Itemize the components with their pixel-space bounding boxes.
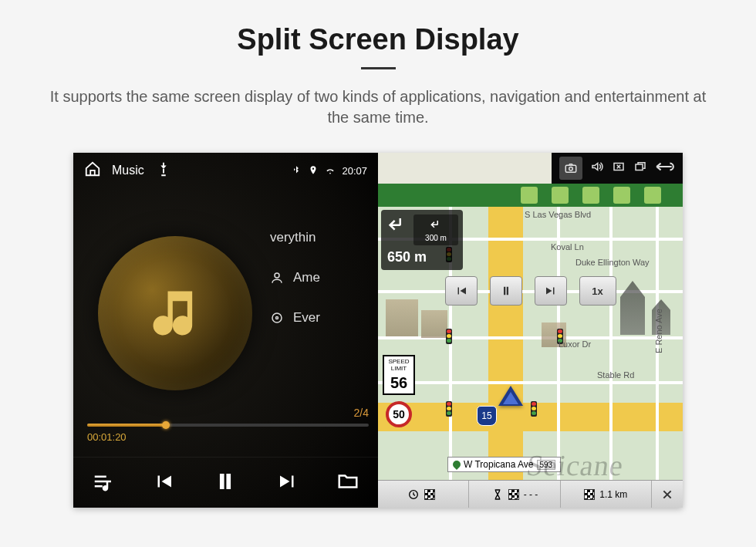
page-subtitle: It supports the same screen display of t… [39, 86, 717, 128]
sim-speed-button[interactable]: 1x [579, 276, 616, 306]
map-close-button[interactable] [652, 481, 683, 508]
close-icon [661, 488, 673, 501]
svg-point-4 [569, 167, 573, 171]
eta-time-segment[interactable] [378, 481, 469, 508]
music-topbar: Music 20:07 [73, 153, 378, 188]
download-arrow-icon[interactable] [552, 187, 569, 204]
remaining-distance-segment[interactable]: 1.1 km [561, 481, 652, 508]
destination-pin-icon [451, 459, 462, 470]
music-app-label: Music [112, 164, 144, 177]
artist-row: Ame [270, 270, 370, 285]
speed-limit-value: 56 [384, 374, 413, 391]
destination-street: W Tropicana Ave [464, 459, 534, 470]
svg-rect-3 [565, 165, 576, 172]
svg-rect-6 [636, 164, 643, 171]
download-arrow-icon[interactable] [521, 187, 538, 204]
clock-time: 20:07 [342, 165, 367, 177]
progress-area: 2/4 00:01:20 [87, 407, 369, 443]
destination-exit: 593 [537, 460, 556, 470]
back-button[interactable] [655, 158, 675, 178]
speed-limit-label-mid: LIMIT [384, 366, 413, 373]
street-stable: Stable Rd [597, 370, 634, 380]
street-koval: Koval Ln [551, 242, 584, 252]
map-download-bar [378, 184, 683, 207]
sim-next-button[interactable] [535, 276, 567, 306]
disc-icon [270, 311, 284, 325]
system-tray [552, 153, 683, 184]
street-reno: E Reno Ave [654, 309, 663, 353]
remaining-distance: 1.1 km [599, 489, 627, 500]
turn-distance-secondary: 300 m [425, 234, 447, 242]
status-icons: 20:07 [291, 165, 367, 177]
sim-playback-controls: 1x [445, 276, 616, 306]
pause-button[interactable] [212, 468, 238, 498]
volume-button[interactable] [590, 160, 604, 177]
album-row: Ever [270, 310, 370, 326]
track-title: verythin [270, 230, 316, 245]
eta-countdown: - - - [524, 489, 538, 500]
next-track-button[interactable] [276, 470, 299, 496]
nav-cursor-icon [498, 386, 523, 406]
interstate-shield: 15 [477, 406, 497, 426]
music-controls [73, 457, 378, 508]
folder-button[interactable] [336, 470, 359, 496]
sim-pause-button[interactable] [490, 276, 522, 306]
download-arrow-icon[interactable] [582, 187, 599, 204]
flag-icon [508, 489, 519, 500]
progress-bar[interactable] [87, 424, 369, 427]
close-app-button[interactable] [612, 160, 626, 177]
progress-fill [87, 424, 166, 427]
elapsed-time: 00:01:20 [87, 431, 369, 443]
turn-left-icon [386, 214, 409, 238]
artist-name: Ame [293, 270, 320, 285]
street-duke: Duke Ellington Way [575, 258, 650, 267]
speed-limit-sign: SPEED LIMIT 56 [383, 355, 415, 395]
music-note-icon [146, 284, 204, 343]
home-icon[interactable] [84, 160, 101, 181]
flag-icon [584, 489, 595, 500]
hourglass-icon [491, 488, 504, 501]
track-info: verythin Ame Ever [270, 230, 370, 326]
svg-point-1 [272, 313, 282, 322]
street-luxor: Luxor Dr [559, 339, 591, 349]
recent-apps-button[interactable] [633, 160, 647, 177]
street-s-las-vegas: S Las Vegas Blvd [525, 210, 591, 219]
person-icon [270, 271, 284, 285]
prev-track-button[interactable] [152, 470, 175, 496]
page-title: Split Screen Display [0, 23, 756, 56]
destination-label[interactable]: W Tropicana Ave 593 [447, 457, 561, 472]
location-icon [308, 165, 319, 176]
map-bottom-bar: - - - 1.1 km [378, 480, 683, 508]
svg-point-0 [275, 273, 279, 278]
map-pane: S Las Vegas Blvd Koval Ln Duke Ellington… [378, 153, 683, 508]
track-title-row: verythin [270, 230, 370, 245]
sim-prev-button[interactable] [445, 276, 478, 306]
playlist-button[interactable] [92, 470, 115, 496]
bluetooth-icon [291, 165, 302, 176]
eta-countdown-segment[interactable]: - - - [469, 481, 560, 508]
turn-left-small-icon [429, 218, 443, 232]
device-screen: Music 20:07 verythin Ame [73, 153, 683, 508]
title-underline [361, 67, 396, 69]
music-pane: Music 20:07 verythin Ame [73, 153, 378, 508]
screenshot-button[interactable] [559, 157, 582, 180]
turn-distance-primary: 650 m [387, 249, 427, 265]
album-art[interactable] [98, 236, 252, 390]
download-arrow-icon[interactable] [644, 187, 661, 204]
track-index: 2/4 [87, 407, 369, 419]
download-arrow-icon[interactable] [613, 187, 630, 204]
wifi-icon [325, 165, 336, 176]
nav-turn-secondary: 300 m [413, 214, 458, 245]
album-name: Ever [293, 310, 320, 326]
usb-icon[interactable] [155, 160, 172, 181]
clock-icon [407, 488, 420, 501]
svg-point-2 [276, 317, 278, 319]
progress-thumb[interactable] [162, 421, 170, 429]
current-speed: 50 [386, 401, 412, 427]
flag-icon [424, 489, 435, 500]
nav-turn-panel: 650 m 300 m [381, 210, 463, 270]
